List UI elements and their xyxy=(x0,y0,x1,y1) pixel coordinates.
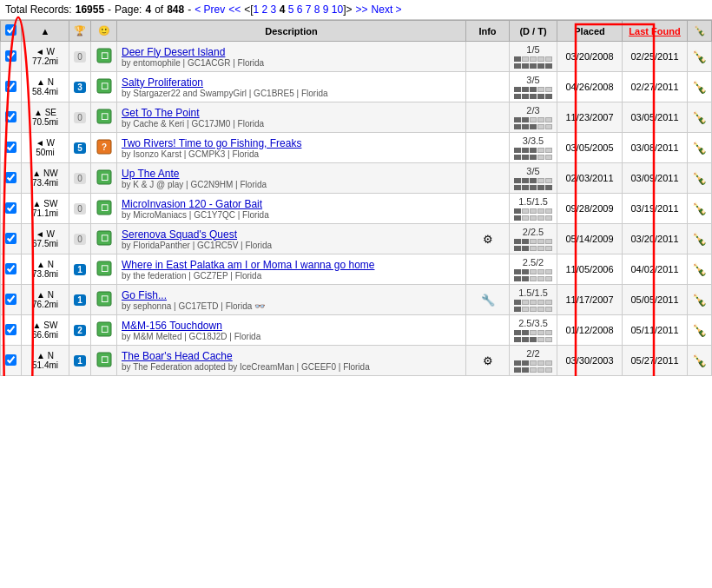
bottle-icon[interactable]: 🍾 xyxy=(692,353,707,367)
difficulty-terrain-cell: 1.5/1.5 xyxy=(510,285,557,315)
find-count-badge: 0 xyxy=(74,112,86,123)
row-checkbox[interactable] xyxy=(5,324,16,335)
placed-date-cell: 01/12/2008 xyxy=(557,315,623,346)
svg-text:☐: ☐ xyxy=(100,112,108,122)
page-9-link[interactable]: 9 xyxy=(323,3,329,16)
bottle-icon[interactable]: 🍾 xyxy=(692,323,707,337)
row-checkbox[interactable] xyxy=(5,172,16,183)
page-7-link[interactable]: 7 xyxy=(306,3,312,16)
page-10-link[interactable]: 10 xyxy=(332,3,343,16)
page-5-link[interactable]: 5 xyxy=(288,3,294,16)
row-checkbox-cell xyxy=(1,133,22,163)
page-2-link[interactable]: 2 xyxy=(262,3,268,16)
badge-cell: 0 xyxy=(69,194,91,224)
row-checkbox[interactable] xyxy=(5,354,16,366)
direction-cell: ▲ SE70.5mi xyxy=(22,102,69,133)
table-row: ▲ N76.2mi1☐Go Fish...by sephonna | GC17E… xyxy=(1,285,712,315)
diff-terrain-bars: 1.5/1.5 xyxy=(514,196,552,221)
table-row: ▲ NW73.4mi0☐Up The Anteby K & J @ play |… xyxy=(1,163,712,194)
badge-cell: 0 xyxy=(69,42,91,72)
col-header-check[interactable] xyxy=(1,21,22,42)
diff-terrain-bars: 1.5/1.5 xyxy=(514,287,552,312)
row-checkbox-cell xyxy=(1,163,22,194)
direction-arrow: ▲ N xyxy=(26,260,64,269)
bottle-icon[interactable]: 🍾 xyxy=(692,141,707,155)
cache-name-link[interactable]: Two Rivers! Time to go Fishing, Freaks xyxy=(122,137,301,149)
cache-type-icon: ? xyxy=(96,146,112,156)
page-1-link[interactable]: 1 xyxy=(254,3,260,16)
description-cell: Up The Anteby K & J @ play | GC2N9HM | F… xyxy=(117,163,466,194)
select-all-checkbox[interactable] xyxy=(5,24,16,36)
direction-cell: ◄ W67.5mi xyxy=(22,224,69,254)
bottle-icon[interactable]: 🍾 xyxy=(692,293,707,307)
last-found-cell: 02/25/2011 xyxy=(623,42,688,72)
bottle-icon[interactable]: 🍾 xyxy=(692,262,707,276)
cache-name-link[interactable]: Get To The Point xyxy=(122,107,200,119)
cache-type-icon: ☐ xyxy=(96,116,112,126)
row-checkbox[interactable] xyxy=(5,263,16,274)
col-header-direction[interactable]: ▲ xyxy=(22,21,69,42)
row-checkbox[interactable] xyxy=(5,233,16,244)
cache-name-link[interactable]: Salty Proliferation xyxy=(122,76,203,89)
next-link[interactable]: Next > xyxy=(372,3,402,16)
bottle-icon[interactable]: 🍾 xyxy=(692,232,707,246)
col-header-last-found[interactable]: Last Found xyxy=(623,21,688,42)
row-checkbox-cell xyxy=(1,285,22,315)
row-checkbox[interactable] xyxy=(5,50,16,62)
direction-cell: ▲ N51.4mi xyxy=(22,346,69,376)
row-checkbox[interactable] xyxy=(5,202,16,214)
description-cell: Two Rivers! Time to go Fishing, Freaksby… xyxy=(117,133,466,163)
distance-value: 76.2mi xyxy=(26,300,64,309)
next-next-link[interactable]: >> xyxy=(356,3,368,16)
cache-name-link[interactable]: Go Fish... xyxy=(122,289,167,301)
table-row: ◄ W77.2mi0☐Deer Fly Desert Islandby ento… xyxy=(1,42,712,72)
cache-name-link[interactable]: Where in East Palatka am I or Moma I wan… xyxy=(122,259,374,271)
col-header-type[interactable]: 🙂 xyxy=(91,21,117,42)
svg-text:☐: ☐ xyxy=(100,173,108,182)
page-current: 4 xyxy=(145,3,151,16)
bottle-icon[interactable]: 🍾 xyxy=(692,202,707,215)
col-header-badge[interactable]: 🏆 xyxy=(69,21,91,42)
bottle-icon[interactable]: 🍾 xyxy=(692,50,707,63)
cache-type-cell: ☐ xyxy=(91,285,117,315)
bottle-cell: 🍾 xyxy=(688,72,712,102)
cache-name-link[interactable]: MicroInvasion 120 - Gator Bait xyxy=(122,198,262,210)
distance-value: 70.5mi xyxy=(26,117,64,127)
direction-cell: ▲ N73.8mi xyxy=(22,254,69,285)
bottle-icon[interactable]: 🍾 xyxy=(692,110,707,124)
col-header-bottle[interactable]: 🍾 xyxy=(688,21,712,42)
cache-name-link[interactable]: Up The Ante xyxy=(122,168,180,180)
cache-name-link[interactable]: M&M-156 Touchdown xyxy=(122,320,222,332)
prev-prev-link[interactable]: << xyxy=(228,3,241,16)
page-container: Total Records: 16955 - Page: 4 of 848 - … xyxy=(0,0,712,376)
page-8-link[interactable]: 8 xyxy=(314,3,320,16)
col-header-info[interactable]: Info xyxy=(466,21,510,42)
row-checkbox[interactable] xyxy=(5,294,16,305)
badge-cell: 1 xyxy=(69,285,91,315)
direction-arrow: ◄ W xyxy=(26,138,64,148)
badge-cell: 1 xyxy=(69,346,91,376)
cache-name-link[interactable]: Serenova Squad's Quest xyxy=(122,228,237,241)
table-row: ▲ N58.4mi3☐Salty Proliferationby Stargaz… xyxy=(1,72,712,102)
bottle-cell: 🍾 xyxy=(688,133,712,163)
wrench-icon: 🔧 xyxy=(481,294,495,307)
cache-name-link[interactable]: Deer Fly Desert Island xyxy=(122,46,225,58)
prev-link[interactable]: < Prev xyxy=(194,3,225,16)
cache-name-link[interactable]: The Boar's Head Cache xyxy=(122,350,233,362)
row-checkbox[interactable] xyxy=(5,142,16,153)
page-3-link[interactable]: 3 xyxy=(271,3,277,16)
row-checkbox[interactable] xyxy=(5,81,16,92)
row-checkbox[interactable] xyxy=(5,111,16,122)
diff-terrain-bars: 2/2 xyxy=(514,348,552,373)
page-6-link[interactable]: 6 xyxy=(297,3,303,16)
row-checkbox-cell xyxy=(1,42,22,72)
bottle-icon[interactable]: 🍾 xyxy=(692,171,707,185)
col-header-dt[interactable]: (D / T) xyxy=(510,21,557,42)
col-header-description[interactable]: Description xyxy=(117,21,466,42)
bottle-icon[interactable]: 🍾 xyxy=(692,80,707,94)
col-header-placed[interactable]: Placed xyxy=(557,21,623,42)
find-count-badge: 0 xyxy=(74,203,86,215)
bottle-cell: 🍾 xyxy=(688,346,712,376)
description-cell: Salty Proliferationby Stargazer22 and Sw… xyxy=(117,72,466,102)
bottle-cell: 🍾 xyxy=(688,42,712,72)
